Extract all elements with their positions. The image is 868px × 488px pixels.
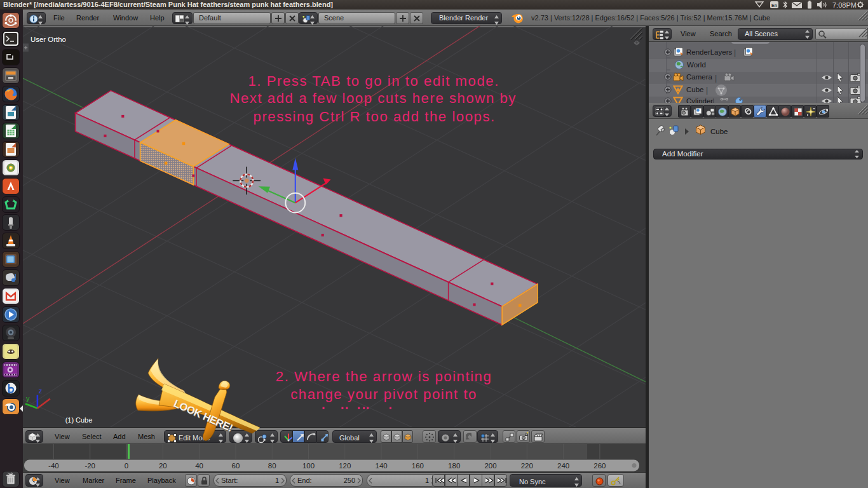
svg-text:(1) Cube: (1) Cube [65, 416, 93, 424]
svg-text:60: 60 [232, 462, 240, 470]
svg-text:100: 100 [302, 462, 315, 470]
svg-text:20: 20 [159, 462, 167, 470]
svg-text:-20: -20 [85, 462, 95, 470]
svg-text:pressing Ctrl R too add the lo: pressing Ctrl R too add the loops. [254, 109, 496, 125]
svg-text:1. Press TAB to go in to edit: 1. Press TAB to go in to edit mode. [248, 73, 499, 89]
svg-text:80: 80 [268, 462, 276, 470]
svg-text:200: 200 [484, 462, 496, 470]
svg-text:2. Where the arrow is pointing: 2. Where the arrow is pointing [276, 369, 492, 384]
svg-text:140: 140 [376, 462, 388, 470]
svg-text:7:08PM: 7:08PM [832, 1, 857, 9]
svg-text:change your pivot point to: change your pivot point to [290, 386, 477, 402]
svg-text:0: 0 [125, 462, 128, 470]
svg-text:180: 180 [448, 462, 460, 470]
svg-text:40: 40 [195, 462, 203, 470]
svg-text:User Ortho: User Ortho [31, 36, 66, 43]
svg-text:220: 220 [521, 462, 533, 470]
svg-text:En: En [771, 3, 777, 8]
svg-text:y: y [26, 395, 30, 402]
svg-text:Next add a few loop cuts here: Next add a few loop cuts here shown by [229, 90, 517, 106]
svg-text:z: z [39, 387, 42, 395]
svg-text:260: 260 [593, 462, 606, 470]
svg-text:-40: -40 [48, 462, 59, 470]
svg-text:160: 160 [412, 462, 424, 470]
svg-text:240: 240 [557, 462, 569, 470]
svg-text:120: 120 [339, 462, 351, 470]
